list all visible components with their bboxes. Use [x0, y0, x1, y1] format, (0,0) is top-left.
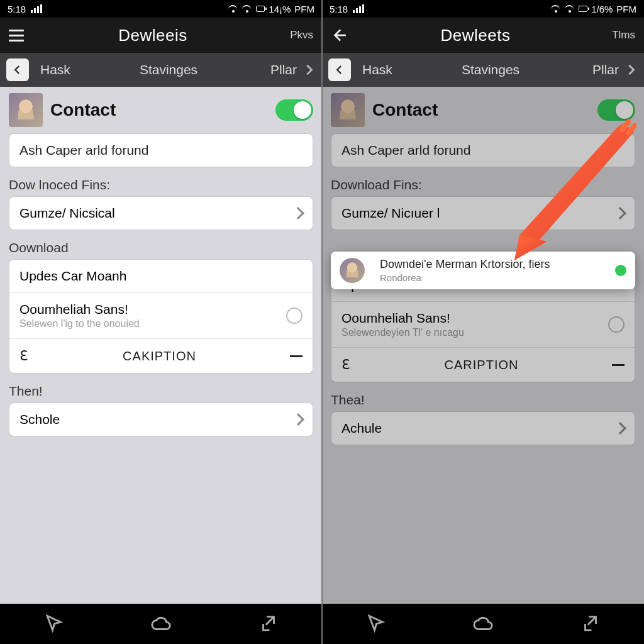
- subnav-back-button[interactable]: [6, 58, 29, 81]
- status-bar: 5:18 1/6% PFM: [322, 0, 644, 18]
- header-action[interactable]: Tlms: [604, 29, 635, 42]
- battery-pct: 1/6%: [591, 4, 613, 14]
- battery-icon: [256, 6, 265, 12]
- subnav-item-2[interactable]: Stavinges: [445, 62, 532, 77]
- avatar[interactable]: [9, 93, 43, 127]
- bottom-bar: [322, 604, 644, 644]
- section-label-download-fins: Dow lnoced Fins:: [9, 177, 313, 192]
- chevron-right-icon: [292, 413, 304, 426]
- download-row-2-sub: Selewen l'ig to the onouied: [19, 318, 140, 330]
- status-suffix: PFM: [616, 4, 636, 14]
- then-row-label: Schole: [19, 412, 60, 427]
- wifi-icon: [228, 5, 238, 13]
- download-popup[interactable]: Downdei'e Merman Krtorsior, fiers Rondor…: [331, 252, 635, 289]
- chevron-right-icon: [614, 207, 626, 219]
- header-title: Dewleeis: [24, 26, 282, 45]
- select-value-1: Gumze/ Nicıuer l: [341, 206, 440, 221]
- content-area: Contact Ash Caper arld forund Dow lnoced…: [0, 87, 322, 604]
- phone-left: 5:18 14¡% PFM Dewleeis Pkvs Hask Staving…: [0, 0, 322, 644]
- caption-row[interactable]: Ɛ CARIPTION: [331, 347, 635, 382]
- download-card: Updes Car Moanh Ooumheliah Sans! Selewen…: [9, 259, 313, 374]
- then-row[interactable]: Schole: [9, 403, 313, 436]
- app-header: Dewleets Tlms: [322, 18, 644, 53]
- nav-mouse-icon[interactable]: [43, 613, 64, 635]
- select-value-1: Gumze/ Nicsical: [19, 206, 115, 221]
- nav-cloud-icon[interactable]: [150, 613, 172, 635]
- nav-mouse-icon[interactable]: [365, 613, 386, 635]
- select-row-1[interactable]: Gumze/ Nicıuer l: [331, 197, 635, 230]
- epsilon-icon: Ɛ: [19, 348, 29, 364]
- menu-icon[interactable]: [9, 30, 24, 42]
- nav-share-icon[interactable]: [580, 613, 601, 635]
- radio-empty-icon[interactable]: [608, 316, 625, 333]
- name-field[interactable]: Ash Caper arld forund: [331, 134, 635, 167]
- download-row-2-title: Ooumheliah Sans!: [19, 302, 140, 317]
- status-bar: 5:18 14¡% PFM: [0, 0, 322, 18]
- nav-share-icon[interactable]: [258, 613, 279, 635]
- section-label-then: Thea!: [331, 392, 635, 408]
- battery-icon: [579, 6, 587, 12]
- battery-pct: 14¡%: [269, 4, 291, 14]
- subnav-item-3[interactable]: Pllar: [209, 62, 302, 77]
- popup-avatar: [340, 258, 365, 283]
- subnav-item-2[interactable]: Stavinges: [123, 62, 210, 77]
- phone-right: 5:18 1/6% PFM Dewleets Tlms Hask Staving…: [322, 0, 644, 644]
- contact-header-row: Contact: [331, 87, 635, 133]
- avatar[interactable]: [331, 93, 365, 127]
- section-label-download: Oownload: [9, 240, 313, 255]
- subnav-forward-icon[interactable]: [302, 63, 316, 77]
- wifi-icon-2: [565, 5, 575, 13]
- popup-title: Downdei'e Merman Krtorsior, fiers: [380, 258, 608, 271]
- radio-empty-icon[interactable]: [286, 308, 303, 324]
- content-area: Contact Ash Caper arld forund Download F…: [322, 87, 644, 604]
- subnav-back-button[interactable]: [328, 58, 351, 81]
- vertical-divider: [321, 0, 323, 644]
- select-row-1[interactable]: Gumze/ Nicsical: [9, 197, 313, 230]
- section-label-download-fins: Download Fins:: [331, 177, 635, 192]
- contact-title: Contact: [372, 100, 597, 120]
- minus-icon: [612, 364, 625, 366]
- popup-sub: Rondorea: [380, 272, 608, 283]
- header-action[interactable]: Pkvs: [282, 29, 313, 42]
- subnav-item-1[interactable]: Hask: [35, 62, 123, 77]
- then-row-label: Achule: [341, 421, 382, 436]
- subnav-item-3[interactable]: Pllar: [531, 62, 624, 77]
- chevron-right-icon: [614, 422, 626, 435]
- app-header: Dewleeis Pkvs: [0, 18, 322, 53]
- section-label-then: Then!: [9, 384, 313, 399]
- caption-label: CAKIPTION: [123, 349, 196, 364]
- header-title: Dewleets: [347, 26, 604, 45]
- status-suffix: PFM: [294, 4, 314, 14]
- caption-row[interactable]: Ɛ CAKIPTION: [9, 338, 313, 373]
- select-card-1: Gumze/ Nicıuer l: [331, 196, 635, 230]
- download-row-1[interactable]: Updes Car Moanh: [9, 260, 313, 292]
- name-field-card: Ash Caper arld forund: [331, 133, 635, 167]
- sub-nav: Hask Stavinges Pllar: [322, 53, 644, 87]
- status-dot-icon: [615, 265, 626, 276]
- contact-toggle[interactable]: [275, 99, 313, 121]
- epsilon-icon: Ɛ: [341, 357, 351, 373]
- select-card-1: Gumze/ Nicsical: [9, 196, 313, 230]
- subnav-item-1[interactable]: Hask: [357, 62, 445, 77]
- download-row-2[interactable]: Ooumheliah Sans! Selewendeyien Tl' e nıc…: [331, 301, 635, 347]
- back-icon[interactable]: [331, 27, 347, 43]
- contact-toggle[interactable]: [597, 99, 635, 121]
- wifi-icon: [551, 5, 561, 13]
- name-field-card: Ash Caper arld forund: [9, 133, 313, 167]
- download-row-2[interactable]: Ooumheliah Sans! Selewen l'ig to the ono…: [9, 292, 313, 338]
- download-row-1-label: Updes Car Moanh: [19, 269, 126, 284]
- bottom-bar: [0, 604, 322, 644]
- contact-header-row: Contact: [9, 87, 313, 133]
- nav-cloud-icon[interactable]: [472, 613, 494, 635]
- download-row-2-sub: Selewendeyien Tl' e nıcagu: [341, 327, 464, 338]
- chevron-right-icon: [292, 207, 304, 219]
- subnav-forward-icon[interactable]: [624, 63, 638, 77]
- then-card: Schole: [9, 402, 313, 436]
- name-field[interactable]: Ash Caper arld forund: [9, 134, 313, 167]
- download-row-2-title: Ooumheliah Sans!: [341, 311, 464, 326]
- minus-icon: [290, 355, 303, 357]
- sub-nav: Hask Stavinges Pllar: [0, 53, 322, 87]
- then-row[interactable]: Achule: [331, 412, 635, 445]
- then-card: Achule: [331, 411, 635, 445]
- caption-label: CARIPTION: [445, 358, 519, 372]
